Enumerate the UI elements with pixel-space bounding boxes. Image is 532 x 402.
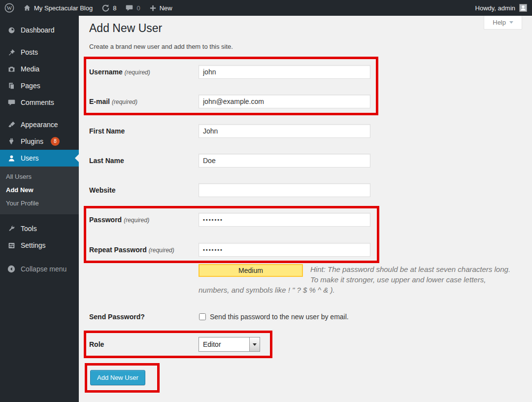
dashboard-icon: [6, 25, 16, 35]
site-name: My Spectacular Blog: [34, 4, 93, 12]
help-tab[interactable]: Help: [484, 16, 522, 30]
wordpress-logo-button[interactable]: W: [0, 0, 19, 16]
sidebar-item-pages[interactable]: Pages: [0, 77, 79, 94]
username-row: Username(required): [89, 65, 373, 79]
send-password-checkbox-label: Send this password to the new user by em…: [210, 313, 349, 321]
sidebar-item-appearance[interactable]: Appearance: [0, 116, 79, 133]
sidebar-item-posts[interactable]: Posts: [0, 44, 79, 61]
home-icon: [23, 4, 31, 12]
send-password-checkbox[interactable]: [199, 313, 206, 320]
updates-icon: [101, 4, 110, 12]
plugins-update-badge: 8: [51, 137, 60, 146]
settings-icon: [6, 240, 16, 250]
svg-text:W: W: [7, 5, 12, 11]
howdy-text: Howdy, admin: [475, 4, 515, 12]
role-select[interactable]: Editor: [199, 337, 260, 352]
name-rows: First Name Last Name Website: [89, 124, 522, 197]
submenu-item-your-profile[interactable]: Your Profile: [0, 197, 79, 210]
first-name-label: First Name: [89, 127, 199, 135]
repeat-password-label: Repeat Password(required): [89, 246, 199, 254]
website-label: Website: [89, 186, 199, 194]
role-select-arrow-button[interactable]: [249, 337, 260, 351]
sidebar-item-dashboard[interactable]: Dashboard: [0, 22, 79, 38]
email-row: E-mail(required): [89, 95, 373, 108]
help-label: Help: [493, 19, 506, 26]
main-content: Help Add New User Create a brand new use…: [79, 16, 532, 402]
avatar: [519, 4, 527, 12]
password-label: Password(required): [89, 216, 199, 224]
sidebar-item-comments[interactable]: Comments: [0, 94, 79, 111]
password-required: (required): [124, 217, 149, 224]
comments-icon: [6, 98, 16, 107]
updates-link[interactable]: 8: [97, 0, 121, 16]
send-password-row: Send Password? Send this password to the…: [89, 313, 522, 321]
update-count: 8: [113, 4, 116, 12]
wordpress-logo-icon: W: [4, 3, 14, 13]
annotation-box-credentials: Username(required) E-mail(required): [84, 57, 378, 115]
new-content-button[interactable]: New: [145, 0, 177, 16]
email-label: E-mail(required): [89, 98, 199, 105]
password-strength-meter: Medium: [199, 264, 303, 277]
first-name-input[interactable]: [199, 124, 370, 138]
plug-icon: [6, 136, 16, 146]
user-icon: [6, 153, 16, 163]
comment-count: 0: [136, 4, 140, 12]
comments-link[interactable]: 0: [121, 0, 144, 16]
site-name-link[interactable]: My Spectacular Blog: [19, 0, 97, 16]
username-label: Username(required): [89, 68, 199, 76]
paintbrush-icon: [6, 120, 16, 130]
camera-icon: [6, 64, 16, 74]
collapse-arrow-icon: [6, 264, 16, 274]
password-strength-block: Medium Hint: The password should be at l…: [199, 264, 518, 295]
page-title: Add New User: [89, 20, 522, 35]
submenu-item-all-users[interactable]: All Users: [0, 170, 79, 183]
password-row: Password(required): [89, 213, 374, 227]
annotation-box-submit: Add New User: [85, 363, 160, 393]
pages-icon: [6, 81, 16, 91]
website-input[interactable]: [199, 183, 370, 197]
add-user-form: Username(required) E-mail(required) Firs…: [89, 57, 522, 393]
pushpin-icon: [6, 47, 16, 57]
new-label: New: [160, 4, 172, 12]
chevron-down-icon: [253, 343, 257, 346]
submenu-item-add-new[interactable]: Add New: [0, 183, 79, 197]
admin-bar: W My Spectacular Blog 8 0 Ne: [0, 0, 532, 16]
sidebar-item-tools[interactable]: Tools: [0, 220, 79, 237]
admin-sidebar: Dashboard Posts Media Pages Comments App…: [0, 16, 79, 402]
repeat-password-row: Repeat Password(required): [89, 243, 374, 257]
chevron-down-icon: [509, 21, 513, 24]
sidebar-item-users[interactable]: Users: [0, 150, 79, 167]
plus-icon: [149, 4, 157, 12]
repeat-password-required: (required): [149, 247, 174, 254]
annotation-box-role: Role Editor: [84, 331, 272, 358]
website-row: Website: [89, 183, 522, 197]
repeat-password-input[interactable]: [199, 243, 370, 257]
password-input[interactable]: [199, 213, 370, 227]
comment-bubble-icon: [125, 4, 133, 12]
users-submenu: All Users Add New Your Profile: [0, 167, 79, 214]
sidebar-item-collapse-menu[interactable]: Collapse menu: [0, 261, 79, 277]
page-subtitle: Create a brand new user and add them to …: [89, 43, 522, 50]
last-name-row: Last Name: [89, 154, 522, 168]
email-required: (required): [112, 99, 137, 105]
wrench-icon: [6, 224, 16, 234]
sidebar-item-media[interactable]: Media: [0, 61, 79, 77]
email-field[interactable]: [199, 95, 370, 108]
last-name-input[interactable]: [199, 154, 370, 168]
sidebar-item-settings[interactable]: Settings: [0, 237, 79, 254]
send-password-label: Send Password?: [89, 313, 199, 321]
add-new-user-button[interactable]: Add New User: [90, 370, 145, 385]
role-label: Role: [89, 340, 199, 348]
role-row: Role Editor: [89, 337, 270, 352]
username-input[interactable]: [199, 65, 370, 79]
first-name-row: First Name: [89, 124, 522, 138]
last-name-label: Last Name: [89, 157, 199, 165]
annotation-box-passwords: Password(required) Repeat Password(requi…: [84, 206, 379, 263]
sidebar-item-plugins[interactable]: Plugins 8: [0, 133, 79, 150]
username-required: (required): [125, 69, 150, 76]
role-selected-value: Editor: [199, 337, 249, 351]
account-menu[interactable]: Howdy, admin: [475, 4, 532, 12]
